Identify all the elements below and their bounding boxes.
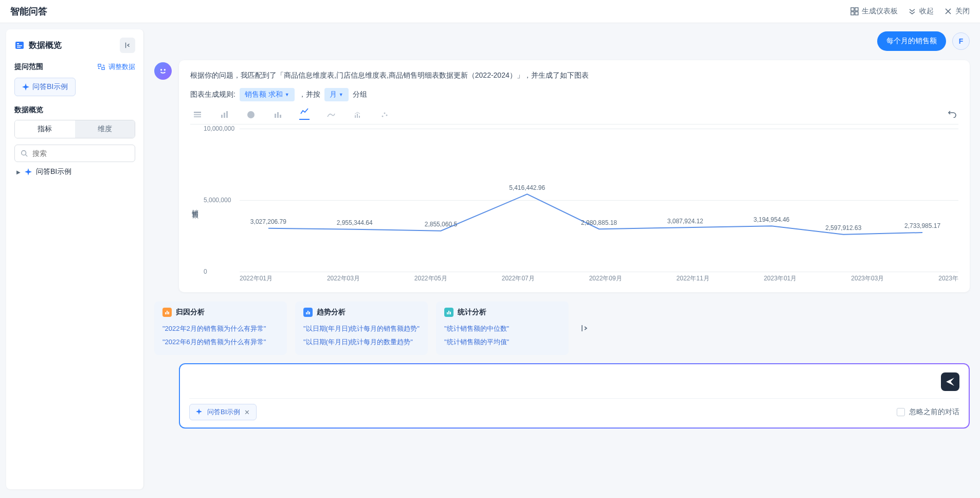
answer-card: 根据你的问题，我匹配到了「商品信息维度表,门店信息维度表,商品销售明细表数据更新… <box>179 60 970 292</box>
ignore-previous-checkbox[interactable]: 忽略之前的对话 <box>897 407 959 417</box>
suggestion-item[interactable]: "2022年2月的销售额为什么有异常" <box>162 322 279 335</box>
svg-rect-21 <box>224 113 225 118</box>
data-point-label: 2,855,060.5 <box>425 221 457 228</box>
chip-remove-icon[interactable]: ✕ <box>244 408 250 416</box>
search-input[interactable] <box>32 149 130 157</box>
suggestion-item[interactable]: "以日期(年月日)统计每月的销售额趋势" <box>303 322 420 335</box>
svg-rect-11 <box>98 64 101 66</box>
overview-heading: 数据概览 <box>14 105 135 115</box>
collapse-button[interactable]: 收起 <box>908 7 934 16</box>
svg-point-15 <box>160 69 162 70</box>
svg-rect-36 <box>306 312 307 314</box>
checkbox-icon <box>897 408 905 416</box>
send-button[interactable] <box>941 372 959 391</box>
chart-rule-row: 图表生成规则: 销售额 求和 ▼ ，并按 月 ▼ 分组 <box>190 88 958 101</box>
x-tick: 2022年11月 <box>677 274 710 283</box>
chart-type-pie[interactable] <box>246 110 256 120</box>
adjust-data-link[interactable]: 调整数据 <box>97 62 135 72</box>
svg-rect-0 <box>851 8 854 11</box>
x-tick: 2022年07月 <box>502 274 535 283</box>
svg-rect-35 <box>168 312 169 314</box>
data-point-label: 3,027,206.79 <box>250 218 286 225</box>
metric-chip[interactable]: 销售额 求和 ▼ <box>240 88 295 101</box>
svg-rect-38 <box>309 312 310 314</box>
svg-rect-8 <box>17 45 22 46</box>
suggestion-item[interactable]: "以日期(年月日)统计每月的数量趋势" <box>303 335 420 349</box>
top-header: 智能问答 生成仪表板 收起 关闭 <box>0 0 980 23</box>
svg-rect-33 <box>165 312 166 314</box>
x-tick: 2022年01月 <box>240 274 273 283</box>
generate-dashboard-button[interactable]: 生成仪表板 <box>850 7 898 16</box>
suggestion-card: 统计分析"统计销售额的中位数""统计销售额的平均值" <box>436 301 569 355</box>
svg-rect-9 <box>17 47 21 48</box>
x-tick: 2023年03月 <box>851 274 884 283</box>
svg-point-30 <box>382 116 384 117</box>
svg-rect-39 <box>447 312 448 314</box>
suggestion-row: 归因分析"2022年2月的销售额为什么有异常""2022年6月的销售额为什么有异… <box>154 301 970 355</box>
sidebar-topic-chip[interactable]: 问答BI示例 <box>14 78 76 96</box>
x-tick: 2022年03月 <box>327 274 360 283</box>
suggestions-expand-button[interactable] <box>577 301 592 355</box>
suggestion-title: 统计分析 <box>458 308 486 317</box>
chart-type-line[interactable] <box>299 110 310 120</box>
chart-type-table[interactable] <box>192 110 203 120</box>
x-tick: 2023年01月 <box>764 274 796 283</box>
tree-item-bi-example[interactable]: ▶ 问答BI示例 <box>14 162 135 182</box>
data-point-label: 3,087,924.12 <box>667 218 703 225</box>
sparkle-icon <box>25 168 32 175</box>
chart-type-bar[interactable] <box>219 110 229 120</box>
group-chip[interactable]: 月 ▼ <box>324 88 349 101</box>
svg-rect-7 <box>17 43 19 44</box>
close-button[interactable]: 关闭 <box>944 7 970 16</box>
svg-rect-37 <box>307 311 308 314</box>
svg-rect-25 <box>277 112 279 118</box>
suggestion-card: 趋势分析"以日期(年月日)统计每月的销售额趋势""以日期(年月日)统计每月的数量… <box>295 301 428 355</box>
data-point-label: 2,980,885.18 <box>581 219 617 226</box>
suggestion-badge-icon <box>444 308 453 317</box>
svg-point-32 <box>386 115 388 116</box>
svg-point-31 <box>384 113 386 114</box>
chevron-down-icon: ▼ <box>339 92 343 97</box>
svg-rect-17 <box>194 112 201 113</box>
svg-rect-20 <box>221 115 223 118</box>
chart-type-area[interactable] <box>326 110 336 120</box>
svg-rect-19 <box>194 116 201 117</box>
adjust-icon <box>97 63 105 71</box>
svg-rect-41 <box>450 312 451 314</box>
chat-input-area: 问答BI示例 ✕ 忽略之前的对话 <box>179 363 970 429</box>
chat-input[interactable] <box>189 378 941 386</box>
y-axis-label: 销售额 <box>190 204 204 207</box>
svg-rect-26 <box>280 115 281 118</box>
sidebar: 数据概览 提问范围 调整数据 问答BI示例 数据概览 指标 维度 <box>6 29 144 489</box>
suggestion-item[interactable]: "统计销售额的中位数" <box>444 322 560 335</box>
metric-dimension-toggle: 指标 维度 <box>14 120 135 138</box>
y-tick: 5,000,000 <box>204 197 231 204</box>
dashboard-icon <box>850 7 859 15</box>
chart-type-combo[interactable] <box>353 110 363 120</box>
bot-avatar <box>154 62 172 80</box>
tab-dimension[interactable]: 维度 <box>75 120 135 138</box>
suggestion-title: 趋势分析 <box>317 308 346 317</box>
tab-metric[interactable]: 指标 <box>15 120 75 138</box>
chart-type-stacked-bar[interactable] <box>273 110 283 120</box>
suggestion-item[interactable]: "2022年6月的销售额为什么有异常" <box>162 335 279 349</box>
user-query-pill: 每个月的销售额 <box>877 31 946 51</box>
input-context-chip[interactable]: 问答BI示例 ✕ <box>189 404 257 420</box>
suggestion-badge-icon <box>303 308 313 317</box>
suggestion-title: 归因分析 <box>176 308 205 317</box>
x-tick: 2022年05月 <box>414 274 447 283</box>
caret-right-icon: ▶ <box>16 169 21 175</box>
undo-button[interactable] <box>948 110 956 120</box>
suggestion-item[interactable]: "统计销售额的平均值" <box>444 335 560 349</box>
search-icon <box>20 149 28 157</box>
search-box[interactable] <box>14 145 135 162</box>
svg-rect-40 <box>448 311 449 314</box>
suggestion-card: 归因分析"2022年2月的销售额为什么有异常""2022年6月的销售额为什么有异… <box>154 301 287 355</box>
data-point-label: 5,416,442.96 <box>509 184 545 191</box>
x-tick: 2023年 <box>938 274 958 283</box>
x-tick: 2022年09月 <box>589 274 622 283</box>
data-point-label: 2,597,912.63 <box>825 224 861 232</box>
sidebar-collapse-button[interactable] <box>120 38 135 53</box>
chart-type-scatter[interactable] <box>379 110 390 120</box>
chevron-down-double-icon <box>908 7 916 15</box>
